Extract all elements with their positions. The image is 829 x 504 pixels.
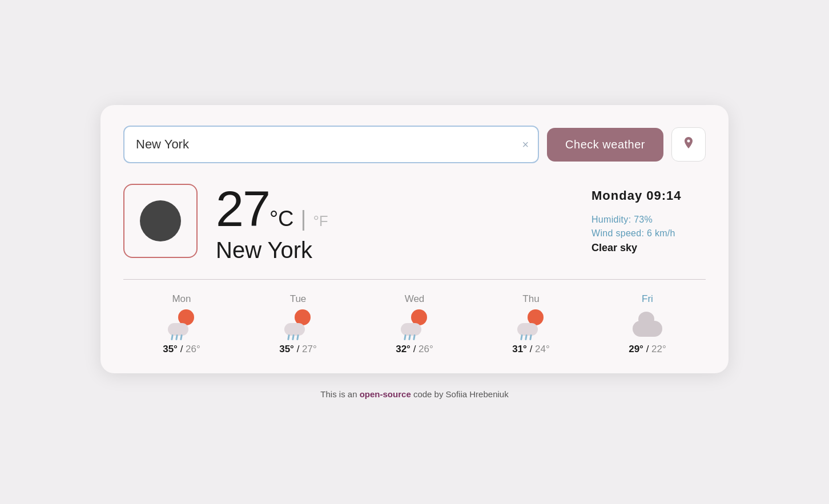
- temperature-value: 27: [216, 184, 269, 234]
- forecast-low-tue: 27°: [302, 344, 317, 354]
- forecast-day-fri: Fri 29° / 22°: [589, 293, 706, 355]
- check-weather-button[interactable]: Check weather: [547, 128, 663, 162]
- forecast-low-mon: 26°: [186, 344, 200, 354]
- day-label-fri: Fri: [642, 293, 653, 305]
- city-name: New York: [216, 237, 573, 263]
- weather-condition: Clear sky: [591, 242, 706, 254]
- day-label-tue: Tue: [290, 293, 307, 305]
- cloud-part: [168, 323, 188, 336]
- search-row: × Check weather: [123, 126, 706, 163]
- rain-drops: [404, 334, 415, 340]
- forecast-high-fri: 29°: [629, 344, 643, 354]
- section-divider: [123, 279, 706, 280]
- forecast-high-mon: 35°: [163, 344, 178, 354]
- search-input-wrap: ×: [123, 126, 539, 163]
- forecast-low-thu: 24°: [535, 344, 550, 354]
- forecast-day-wed: Wed 32° / 26°: [356, 293, 473, 355]
- forecast-row: Mon 35° / 26° Tue: [123, 293, 706, 355]
- forecast-icon-wed: [400, 309, 429, 339]
- fahrenheit-unit[interactable]: °F: [313, 212, 328, 230]
- rain-drops: [521, 334, 532, 340]
- cloud-body: [633, 321, 662, 337]
- wind-speed: Wind speed: 6 km/h: [591, 228, 706, 239]
- temp-row: 27 °C | °F: [216, 184, 573, 234]
- footer-text-after: code by Sofiia Hrebeniuk: [411, 389, 509, 399]
- cloud-part: [401, 323, 421, 336]
- temp-separator: /: [530, 344, 535, 354]
- forecast-temps-tue: 35° / 27°: [279, 344, 317, 355]
- forecast-icon-thu: [516, 309, 546, 339]
- footer: This is an open-source code by Sofiia Hr…: [320, 389, 508, 399]
- forecast-high-tue: 35°: [279, 344, 294, 354]
- forecast-temps-fri: 29° / 22°: [629, 344, 666, 355]
- temp-separator: /: [646, 344, 651, 354]
- forecast-temps-thu: 31° / 24°: [512, 344, 550, 355]
- forecast-day-thu: Thu 31° / 24°: [473, 293, 589, 355]
- sun-circle-icon: [140, 200, 181, 241]
- temp-separator: /: [297, 344, 302, 354]
- weather-icon-box: [123, 184, 198, 258]
- forecast-high-thu: 31°: [512, 344, 527, 354]
- footer-link[interactable]: open-source: [360, 389, 411, 399]
- footer-text-before: This is an: [320, 389, 359, 399]
- temp-separator: /: [180, 344, 186, 354]
- forecast-icon-fri: [633, 309, 662, 339]
- forecast-low-wed: 26°: [418, 344, 433, 354]
- rain-drops: [288, 334, 299, 340]
- search-input[interactable]: [123, 126, 539, 163]
- datetime: Monday 09:14: [591, 188, 706, 203]
- cloud-part: [517, 323, 538, 336]
- cloud-part: [284, 323, 305, 336]
- rain-drops: [171, 334, 182, 340]
- forecast-icon-tue: [283, 309, 313, 339]
- location-button[interactable]: [671, 127, 706, 162]
- forecast-icon-mon: [167, 309, 196, 339]
- location-icon: [682, 136, 695, 153]
- forecast-day-mon: Mon 35° / 26°: [123, 293, 240, 355]
- forecast-high-wed: 32°: [396, 344, 411, 354]
- clear-icon: ×: [522, 138, 529, 151]
- forecast-temps-wed: 32° / 26°: [396, 344, 433, 355]
- temp-separator: /: [413, 344, 418, 354]
- forecast-day-tue: Tue 35° / 27°: [240, 293, 356, 355]
- weather-temp-city: 27 °C | °F New York: [216, 184, 573, 263]
- humidity: Humidity: 73%: [591, 215, 706, 225]
- day-label-wed: Wed: [405, 293, 425, 305]
- celsius-unit[interactable]: °C: [269, 207, 294, 231]
- weather-card: × Check weather 27 °C | °F New York: [100, 105, 729, 373]
- weather-main: 27 °C | °F New York Monday 09:14 Humidit…: [123, 184, 706, 263]
- day-label-mon: Mon: [172, 293, 191, 305]
- unit-divider: |: [301, 207, 307, 231]
- day-label-thu: Thu: [522, 293, 539, 305]
- clear-button[interactable]: ×: [520, 136, 531, 154]
- forecast-low-fri: 22°: [651, 344, 666, 354]
- forecast-temps-mon: 35° / 26°: [163, 344, 200, 355]
- weather-details: Monday 09:14 Humidity: 73% Wind speed: 6…: [591, 184, 706, 254]
